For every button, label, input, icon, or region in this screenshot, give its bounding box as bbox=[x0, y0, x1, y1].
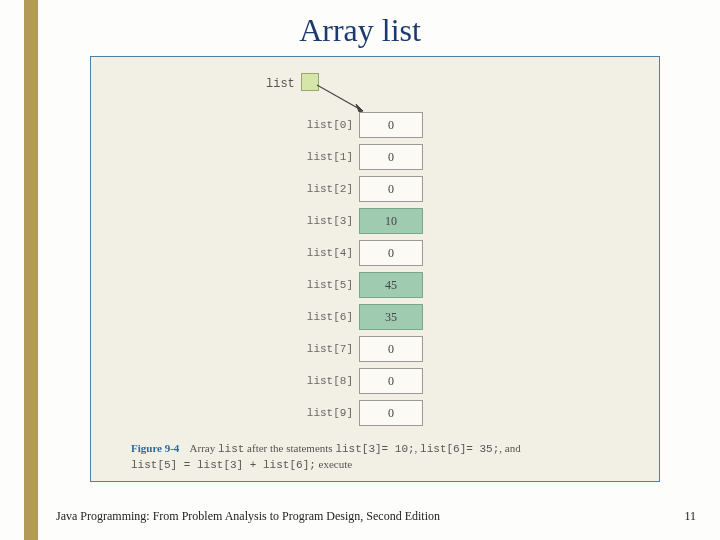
array-cell: 0 bbox=[359, 176, 423, 202]
array-index-label: list[6] bbox=[301, 311, 359, 323]
page-title: Array list bbox=[0, 12, 720, 49]
array-row: list[7]0 bbox=[301, 335, 423, 363]
array-index-label: list[9] bbox=[301, 407, 359, 419]
page-number: 11 bbox=[684, 509, 696, 524]
array-row: list[0]0 bbox=[301, 111, 423, 139]
caption-code: list[6]= 35; bbox=[420, 443, 499, 455]
figure-number: Figure 9-4 bbox=[131, 442, 179, 454]
array-row: list[1]0 bbox=[301, 143, 423, 171]
caption-code: list[3]= 10; bbox=[335, 443, 414, 455]
array-index-label: list[7] bbox=[301, 343, 359, 355]
array-diagram: list list[0]0list[1]0list[2]0list[3]10li… bbox=[91, 57, 659, 431]
caption-text: , and bbox=[499, 442, 520, 454]
caption-code: list[5] = list[3] + list[6]; bbox=[131, 459, 316, 471]
caption-text: Array bbox=[190, 442, 218, 454]
svg-line-0 bbox=[317, 85, 363, 111]
array-cell: 0 bbox=[359, 240, 423, 266]
array-cell: 0 bbox=[359, 336, 423, 362]
figure-caption: Figure 9-4 Array list after the statemen… bbox=[131, 441, 639, 473]
array-cell: 0 bbox=[359, 368, 423, 394]
array-row: list[8]0 bbox=[301, 367, 423, 395]
array-cell: 0 bbox=[359, 112, 423, 138]
array-index-label: list[1] bbox=[301, 151, 359, 163]
array-row: list[5]45 bbox=[301, 271, 423, 299]
caption-text: after the statements bbox=[244, 442, 335, 454]
array-index-label: list[0] bbox=[301, 119, 359, 131]
caption-text: execute bbox=[316, 458, 352, 470]
array-index-label: list[4] bbox=[301, 247, 359, 259]
array-row: list[6]35 bbox=[301, 303, 423, 331]
array-row: list[4]0 bbox=[301, 239, 423, 267]
variable-name-label: list bbox=[266, 77, 295, 91]
array-row: list[9]0 bbox=[301, 399, 423, 427]
array-row: list[3]10 bbox=[301, 207, 423, 235]
array-index-label: list[3] bbox=[301, 215, 359, 227]
array-cell: 0 bbox=[359, 144, 423, 170]
array-index-label: list[8] bbox=[301, 375, 359, 387]
array-cell: 45 bbox=[359, 272, 423, 298]
array-index-label: list[5] bbox=[301, 279, 359, 291]
figure-box: list list[0]0list[1]0list[2]0list[3]10li… bbox=[90, 56, 660, 482]
array-row: list[2]0 bbox=[301, 175, 423, 203]
footer-text: Java Programming: From Problem Analysis … bbox=[56, 509, 440, 524]
array-cell: 35 bbox=[359, 304, 423, 330]
array-cell: 0 bbox=[359, 400, 423, 426]
caption-code: list bbox=[218, 443, 244, 455]
array-cell: 10 bbox=[359, 208, 423, 234]
decorative-left-rail bbox=[24, 0, 38, 540]
array-index-label: list[2] bbox=[301, 183, 359, 195]
